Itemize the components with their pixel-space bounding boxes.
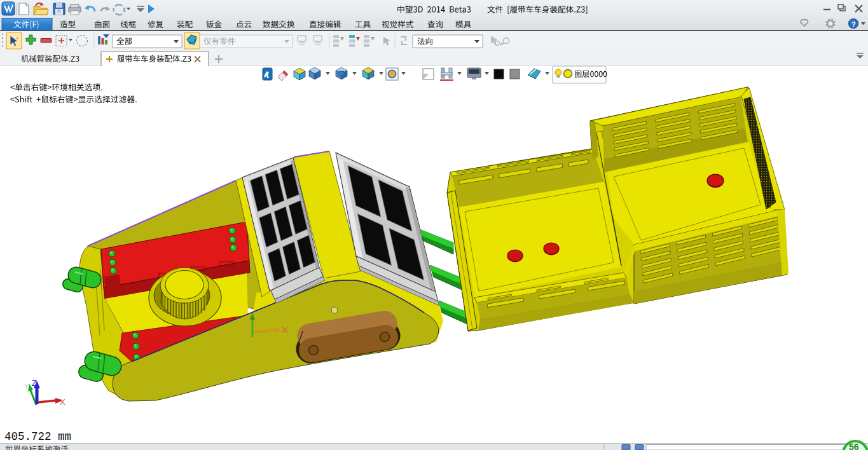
svg-text:56: 56: [849, 442, 859, 450]
svg-text:?: ?: [16, 36, 18, 41]
svg-text:Y: Y: [24, 383, 29, 390]
svg-text:?: ?: [851, 20, 856, 28]
svg-text:X: X: [60, 397, 65, 407]
svg-text:405.722 mm: 405.722 mm: [4, 430, 71, 443]
svg-text:Z: Z: [32, 378, 37, 388]
